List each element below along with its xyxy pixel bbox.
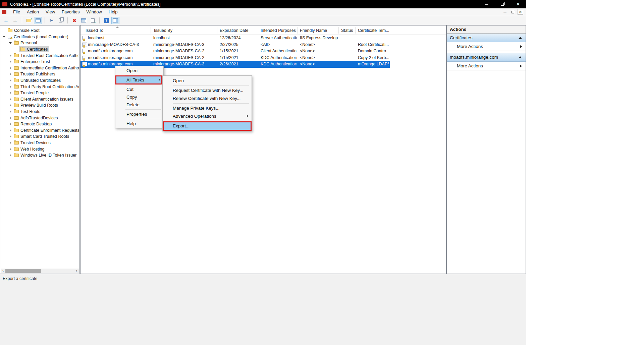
scroll-left-button[interactable]: ‹ [1,269,5,273]
minimize-button[interactable]: ─ [479,0,494,8]
column-header-certificate-tem[interactable]: Certificate Tem... [358,25,389,35]
column-separator[interactable] [355,27,356,34]
expand-chevron-icon[interactable] [8,73,13,75]
expand-chevron-icon[interactable] [8,85,13,88]
restore-button[interactable] [494,0,510,8]
copy-icon[interactable] [57,17,65,24]
cut-icon[interactable]: ✂ [48,17,56,24]
menu-favorites[interactable]: Favorites [58,8,83,16]
menu-action[interactable]: Action [23,8,42,16]
context-menu-item-cut[interactable]: Cut [115,85,163,93]
tree-item-console-root[interactable]: Console Root [0,27,79,34]
expand-chevron-icon[interactable] [8,98,13,101]
submenu-item-manage-private-keys[interactable]: Manage Private Keys... [163,104,252,112]
tree-item-trusted-root-certification-autho[interactable]: Trusted Root Certification Autho [0,52,79,59]
tree-item-remote-desktop[interactable]: Remote Desktop [0,121,79,127]
tree-item-third-party-root-certification-au[interactable]: Third-Party Root Certification Au [0,83,79,90]
menu-help[interactable]: Help [105,8,121,16]
expand-chevron-icon[interactable] [8,117,13,119]
context-menu-item-all-tasks[interactable]: All Tasks [115,76,163,84]
tree-item-enterprise-trust[interactable]: Enterprise Trust [0,59,79,65]
export-list-icon[interactable]: → [89,17,97,24]
help-icon[interactable]: ? [102,17,110,24]
show-console-tree-icon[interactable] [34,17,42,24]
tree-item-smart-card-trusted-roots[interactable]: Smart Card Trusted Roots [0,133,79,140]
column-separator[interactable] [390,27,390,34]
column-separator[interactable] [151,27,151,34]
delete-icon[interactable]: ✖ [70,17,78,24]
tree-item-windows-live-id-token-issuer[interactable]: Windows Live ID Token Issuer [0,152,79,159]
submenu-item-request-certificate-with-new-key[interactable]: Request Certificate with New Key... [163,87,252,95]
context-menu-item-open[interactable]: Open [115,67,163,74]
show-action-pane-icon[interactable] [111,17,119,24]
actions-section-moadfs-miniorange-com[interactable]: moadfs.miniorange.com [447,53,526,62]
back-icon[interactable]: ← [2,17,10,24]
submenu-item-open[interactable]: Open [163,77,252,85]
column-header-issued-to[interactable]: Issued To [86,25,103,35]
column-header-issued-by[interactable]: Issued By [154,25,172,35]
expand-chevron-icon[interactable] [8,148,13,151]
scrollbar-thumb[interactable] [5,269,41,273]
tree-item-test-roots[interactable]: Test Roots [0,109,79,115]
expand-chevron-icon[interactable] [8,60,13,63]
close-button[interactable]: ✕ [510,0,526,8]
column-header-intended-purposes[interactable]: Intended Purposes [261,25,296,35]
tree-item-client-authentication-issuers[interactable]: Client Authentication Issuers [0,96,79,103]
tree-item-intermediate-certification-autho[interactable]: Intermediate Certification Autho [0,65,79,71]
column-header-expiration-date[interactable]: Expiration Date [220,25,248,35]
column-separator[interactable] [338,27,339,34]
mdi-minimize-button[interactable]: ─ [502,9,508,15]
context-menu-item-help[interactable]: Help [115,120,163,127]
expand-chevron-icon[interactable] [8,110,13,113]
tree-horizontal-scrollbar[interactable]: ‹ › [1,269,79,273]
more-actions-button[interactable]: More Actions [447,62,526,70]
menu-file[interactable]: File [10,8,23,16]
tree-item-trusted-publishers[interactable]: Trusted Publishers [0,71,79,77]
certificate-row[interactable]: moadfs.miniorange.comminiorange-MOADFS-C… [80,55,446,61]
certificate-row[interactable]: moadfs.miniorange.comminiorange-MOADFS-C… [80,48,446,55]
expand-chevron-icon[interactable] [8,123,13,125]
context-menu-item-delete[interactable]: Delete [115,101,163,109]
expand-chevron-icon[interactable] [8,141,13,144]
certificate-row[interactable]: miniorange-MOADFS-CA-3miniorange-MOADFS-… [80,42,446,48]
expand-chevron-icon[interactable] [8,129,13,132]
column-separator[interactable] [258,27,258,34]
properties-icon[interactable] [79,17,88,24]
submenu-item-renew-certificate-with-new-key[interactable]: Renew Certificate with New Key... [163,95,252,103]
context-menu-item-copy[interactable]: Copy [115,93,163,101]
up-one-level-icon[interactable]: ↑ [25,17,33,24]
expand-chevron-icon[interactable] [8,92,13,94]
tree-item-adfstrusteddevices[interactable]: AdfsTrustedDevices [0,115,79,121]
column-separator[interactable] [217,27,217,34]
forward-icon[interactable]: → [11,17,19,24]
tree-item-certificate-enrollment-requests[interactable]: Certificate Enrollment Requests [0,127,79,134]
expand-chevron-icon[interactable] [8,67,13,69]
mdi-restore-button[interactable] [510,9,516,15]
scroll-right-button[interactable]: › [74,269,79,273]
tree-item-trusted-devices[interactable]: Trusted Devices [0,140,79,146]
menu-view[interactable]: View [42,8,58,16]
tree-item-certificates-local-computer[interactable]: Certificates (Local Computer) [0,34,79,40]
certificate-row[interactable]: localhostlocalhost12/26/2024Server Authe… [80,35,446,42]
actions-section-certificates[interactable]: Certificates [447,34,526,42]
expand-chevron-icon[interactable] [8,54,13,57]
tree-item-web-hosting[interactable]: Web Hosting [0,146,79,152]
tree-item-certificates[interactable]: Certificates [0,46,79,53]
submenu-item-advanced-operations[interactable]: Advanced Operations [163,112,252,120]
submenu-item-export[interactable]: Export... [163,122,252,130]
tree-item-personal[interactable]: Personal [0,40,79,46]
context-menu-item-properties[interactable]: Properties [115,110,163,118]
mdi-close-button[interactable]: ✕ [518,9,523,15]
collapse-chevron-icon[interactable] [8,42,13,44]
tree-item-preview-build-roots[interactable]: Preview Build Roots [0,102,79,109]
expand-chevron-icon[interactable] [8,135,13,138]
collapse-chevron-icon[interactable] [2,36,6,38]
more-actions-button[interactable]: More Actions [447,42,526,51]
expand-chevron-icon[interactable] [8,79,13,82]
column-separator[interactable] [297,27,298,34]
expand-chevron-icon[interactable] [8,104,13,107]
column-header-status[interactable]: Status [341,25,353,35]
tree-item-trusted-people[interactable]: Trusted People [0,90,79,96]
column-header-friendly-name[interactable]: Friendly Name [300,25,327,35]
tree-item-untrusted-certificates[interactable]: Untrusted Certificates [0,77,79,84]
